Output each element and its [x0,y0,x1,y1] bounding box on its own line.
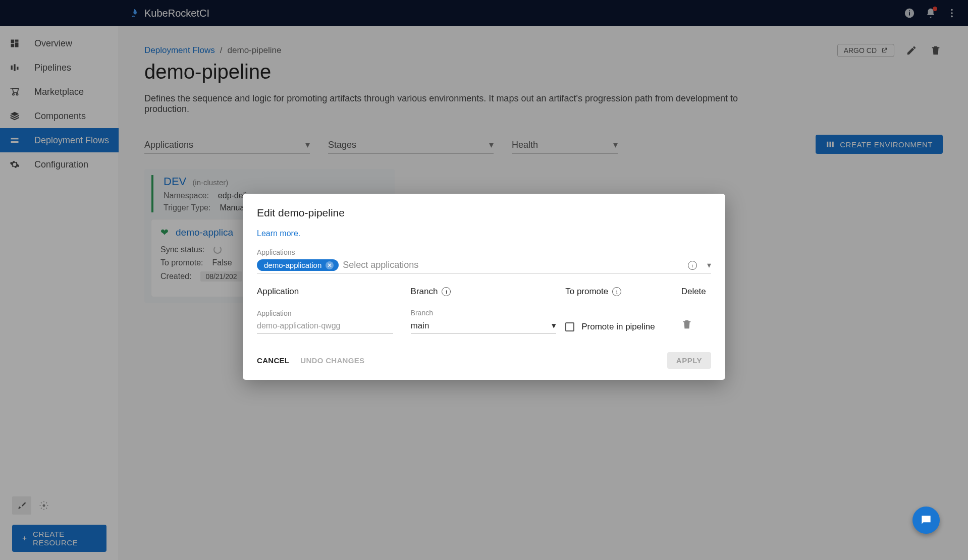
header-branch: Branch [411,287,438,297]
applications-field-label: Applications [257,248,711,256]
edit-pipeline-modal: Edit demo-pipeline Learn more. Applicati… [243,194,725,380]
applications-select[interactable]: demo-application ✕ Select applications i… [257,257,711,273]
grid-header: Application Branchi To promotei Delete [257,287,711,297]
promote-label: Promote in pipeline [581,322,655,332]
chip-label: demo-application [264,261,321,269]
branch-select[interactable]: main ▾ [411,318,556,334]
header-delete: Delete [681,287,711,297]
chevron-down-icon: ▾ [552,320,556,331]
delete-row-button[interactable] [681,319,692,332]
chip-remove-icon[interactable]: ✕ [326,261,334,269]
row-app-label: Application [257,309,411,317]
row-branch-label: Branch [411,309,566,317]
chevron-down-icon[interactable]: ▾ [707,260,711,270]
chat-fab[interactable] [912,507,940,534]
info-icon[interactable]: i [688,261,697,270]
undo-changes-button: UNDO CHANGES [300,356,364,365]
application-name-input [257,318,393,334]
modal-title: Edit demo-pipeline [257,207,711,219]
modal-actions: CANCEL UNDO CHANGES APPLY [257,352,711,369]
cancel-button[interactable]: CANCEL [257,356,289,365]
header-to-promote: To promote [565,287,608,297]
header-application: Application [257,287,411,297]
application-row: Application Branch main ▾ Promote in pip… [257,302,711,334]
branch-value: main [411,321,429,331]
application-chip: demo-application ✕ [257,259,339,271]
promote-checkbox[interactable] [565,322,574,331]
applications-placeholder: Select applications [343,260,711,270]
chat-icon [920,514,933,527]
info-icon[interactable]: i [612,287,621,296]
info-icon[interactable]: i [442,287,451,296]
apply-button: APPLY [667,352,711,369]
learn-more-link[interactable]: Learn more. [257,229,300,238]
